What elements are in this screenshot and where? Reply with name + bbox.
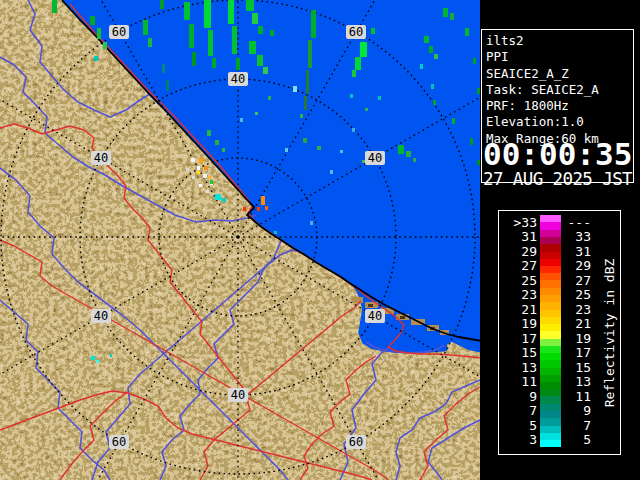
echo-cell	[340, 150, 343, 153]
echo-cell	[304, 96, 307, 110]
echo-cell	[192, 176, 195, 179]
echo-cell	[204, 166, 207, 170]
legend-left-value: 9	[499, 389, 537, 404]
echo-cell	[268, 96, 271, 100]
legend-title: Reflectivity in dBZ	[602, 258, 617, 407]
echo-cell	[300, 114, 303, 118]
echo-cell	[189, 24, 194, 48]
echo-cell	[270, 30, 274, 36]
echo-cell	[199, 184, 202, 187]
date-display: 27 AUG 2025 JST	[483, 169, 632, 189]
echo-cell	[148, 38, 152, 47]
echo-cell	[192, 52, 196, 66]
legend-left-value: 29	[499, 244, 537, 259]
echo-cell	[261, 196, 265, 205]
echo-cell	[378, 96, 381, 100]
echo-cell	[274, 231, 277, 234]
legend-left-value: 31	[499, 229, 537, 244]
legend-left-value: 7	[499, 403, 537, 418]
echo-cell	[258, 26, 263, 34]
echo-cell	[212, 58, 216, 68]
legend-color-swatch	[540, 244, 561, 259]
range-label-40: 40	[365, 309, 385, 323]
echo-cell	[166, 80, 169, 91]
legend-row: 57	[499, 418, 591, 433]
echo-cell	[257, 207, 260, 211]
legend-right-value: 13	[563, 374, 591, 389]
range-label-text: 40	[368, 309, 382, 323]
clock: 00:00:35	[483, 139, 632, 169]
radar-ppi-display: 40404040404060606060	[0, 0, 482, 480]
echo-cell	[429, 46, 433, 53]
echo-cell	[90, 16, 95, 25]
info-line: SEAICE2_A_Z	[486, 66, 631, 82]
echo-cell	[97, 28, 101, 39]
spit-block-dark	[400, 316, 405, 319]
info-line: PPI	[486, 49, 631, 65]
echo-cell	[203, 174, 207, 178]
legend-row: 911	[499, 389, 591, 404]
echo-cell	[306, 70, 309, 94]
legend-color-swatch	[540, 389, 561, 404]
radar-info-box: ilts2PPISEAICE2_A_ZTask: SEAICE2_APRF: 1…	[481, 29, 634, 183]
echo-cell	[365, 108, 368, 111]
range-label-40: 40	[228, 72, 248, 86]
echo-cell	[162, 64, 165, 73]
echo-cell	[246, 0, 254, 11]
range-label-text: 40	[231, 72, 245, 86]
legend-left-value: 27	[499, 258, 537, 273]
range-label-text: 40	[94, 151, 108, 165]
echo-cell	[330, 170, 333, 174]
spit-block	[352, 297, 363, 303]
echo-cell	[143, 20, 148, 35]
echo-cell	[236, 58, 240, 70]
echo-cell	[420, 64, 423, 69]
legend-right-value: 5	[563, 432, 591, 447]
echo-cell	[57, 140, 60, 143]
echo-cell	[208, 176, 211, 179]
echo-cell	[317, 146, 321, 150]
legend-right-value: 17	[563, 345, 591, 360]
legend-color-swatch	[540, 418, 561, 433]
echo-cell	[293, 86, 297, 92]
echo-cell	[371, 28, 375, 34]
echo-cell	[197, 166, 200, 170]
legend-left-value: 5	[499, 418, 537, 433]
legend-left-value: 13	[499, 360, 537, 375]
range-label-40: 40	[228, 388, 248, 402]
legend-row: 2729	[499, 259, 591, 274]
legend-row: 1921	[499, 317, 591, 332]
range-label-text: 40	[94, 309, 108, 323]
legend-row: 2123	[499, 302, 591, 317]
echo-cell	[263, 67, 268, 74]
legend-left-value: >33	[499, 215, 537, 230]
echo-cell	[206, 190, 209, 193]
radar-map: 40404040404060606060	[0, 0, 482, 480]
info-line: Task: SEAICE2_A	[486, 82, 631, 98]
legend-row: 1113	[499, 375, 591, 390]
legend-right-value: 33	[563, 229, 591, 244]
legend-left-value: 17	[499, 331, 537, 346]
legend-right-value: 31	[563, 244, 591, 259]
echo-cell	[199, 158, 203, 163]
echo-cell	[215, 140, 219, 145]
range-label-40: 40	[365, 151, 385, 165]
legend-right-value: 9	[563, 403, 591, 418]
echo-cell	[452, 118, 455, 124]
legend-color-swatch	[540, 215, 561, 230]
echo-cell	[240, 118, 243, 122]
legend-color-swatch	[540, 404, 561, 419]
echo-cell	[184, 2, 190, 20]
legend-row: 2931	[499, 244, 591, 259]
echo-cell	[443, 8, 448, 17]
echo-cell	[186, 168, 189, 171]
legend-right-value: 29	[563, 258, 591, 273]
legend-row: 3133	[499, 230, 591, 245]
range-label-40: 40	[91, 309, 111, 323]
echo-cell	[413, 158, 416, 162]
range-label-text: 60	[349, 25, 363, 39]
echo-cell	[470, 138, 473, 145]
legend-color-swatch	[540, 433, 561, 448]
legend-color-swatch	[540, 273, 561, 288]
echo-cell	[52, 0, 57, 13]
